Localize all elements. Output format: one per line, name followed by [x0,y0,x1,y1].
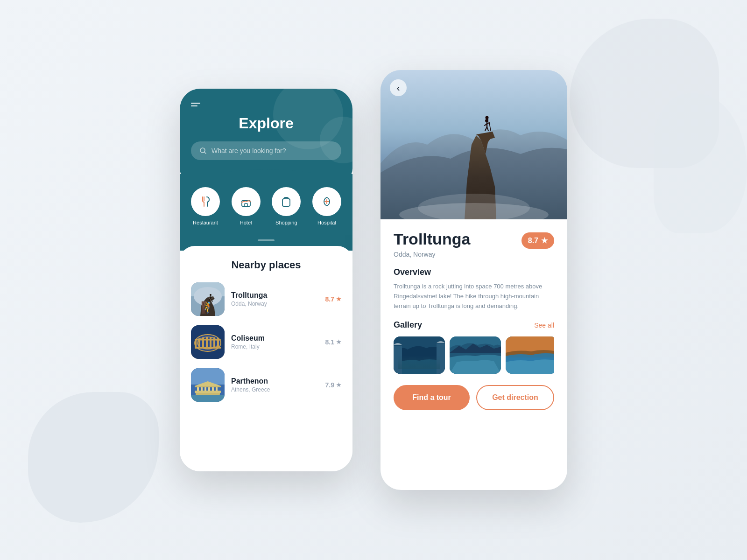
nearby-section: Nearby places [180,246,352,471]
svg-point-6 [194,287,222,306]
svg-rect-27 [204,387,206,391]
scroll-dot [258,239,275,241]
category-hotel[interactable]: Hotel [232,187,261,225]
parthenon-thumbnail [191,368,225,402]
coliseum-star: ★ [336,339,341,345]
phone-explore: Explore What are you looking for? [180,89,352,471]
search-icon [199,147,207,154]
star-icon: ★ [336,296,341,302]
gallery-title: Gallery [394,320,422,330]
detail-place-name: Trolltunga [394,231,470,248]
category-shopping[interactable]: Shopping [272,187,301,225]
gallery-image-3[interactable] [506,336,554,374]
place-item-parthenon[interactable]: Parthenon Athens, Greece 7.9 ★ [191,368,341,402]
svg-rect-31 [191,395,225,402]
trolltunga-location: Odda, Norway [231,301,319,307]
coliseum-info: Coliseum Rome, Italy [231,334,319,350]
category-hotel-label: Hotel [240,220,252,225]
gallery-image-2[interactable] [450,336,501,374]
svg-rect-39 [394,346,402,374]
coliseum-rating: 8.1 ★ [325,338,341,346]
rating-value: 8.7 [528,237,538,245]
trolltunga-rating: 8.7 ★ [325,295,341,303]
categories-section: Restaurant Hotel [180,174,352,235]
detail-hero: ‹ [381,70,567,219]
svg-rect-11 [195,340,197,347]
svg-rect-28 [208,387,210,391]
parthenon-star: ★ [336,382,341,388]
detail-content: Trolltunga 8.7 ★ Odda, Norway Overview T… [381,219,567,490]
trolltunga-name: Trolltunga [231,291,319,300]
parthenon-info: Parthenon Athens, Greece [231,377,319,393]
get-direction-button[interactable]: Get direction [476,385,554,410]
category-hospital[interactable]: Hospital [312,187,341,225]
phones-container: Explore What are you looking for? [180,70,567,490]
svg-rect-38 [394,336,445,374]
rating-badge: 8.7 ★ [521,232,554,249]
svg-rect-23 [195,391,221,393]
svg-rect-26 [201,387,203,391]
coliseum-location: Rome, Italy [231,343,319,350]
svg-point-33 [486,116,489,119]
phone-detail: ‹ Trolltunga 8.7 ★ Odda, Norway Overview… [381,70,567,490]
parthenon-location: Athens, Greece [231,386,319,393]
place-item-coliseum[interactable]: Coliseum Rome, Italy 8.1 ★ [191,325,341,359]
category-restaurant[interactable]: Restaurant [191,187,220,225]
coliseum-name: Coliseum [231,334,319,343]
svg-rect-14 [206,337,208,347]
shopping-icon [272,187,301,216]
search-bar[interactable]: What are you looking for? [191,141,341,160]
category-hospital-label: Hospital [317,220,336,225]
category-restaurant-label: Restaurant [193,220,218,225]
svg-point-7 [210,294,211,296]
svg-rect-15 [210,337,211,347]
place-item-trolltunga[interactable]: Trolltunga Odda, Norway 8.7 ★ [191,282,341,316]
restaurant-icon [191,187,220,216]
search-placeholder: What are you looking for? [211,147,286,154]
svg-rect-29 [212,387,214,391]
svg-rect-40 [437,343,445,374]
svg-rect-18 [195,347,221,349]
svg-rect-16 [213,337,215,347]
parthenon-name: Parthenon [231,377,319,385]
svg-rect-24 [195,386,221,387]
hospital-icon [312,187,341,216]
gallery-header: Gallery See all [394,320,554,330]
rating-star-icon: ★ [541,236,548,245]
back-button[interactable]: ‹ [390,79,407,96]
svg-rect-35 [485,119,486,122]
trolltunga-info: Trolltunga Odda, Norway [231,291,319,307]
action-buttons: Find a tour Get direction [394,385,554,410]
detail-location: Odda, Norway [394,251,554,258]
detail-header: Trolltunga 8.7 ★ [394,231,554,249]
overview-text: Trolltunga is a rock jutting into space … [394,282,554,311]
svg-rect-25 [197,387,199,391]
nearby-title: Nearby places [191,259,341,271]
svg-rect-30 [216,387,218,391]
gallery-row [394,336,554,374]
explore-header: Explore What are you looking for? [180,89,352,183]
hotel-icon [232,187,261,216]
svg-rect-13 [202,337,204,347]
find-tour-button[interactable]: Find a tour [394,385,470,410]
svg-rect-3 [282,199,290,206]
coliseum-thumbnail [191,325,225,359]
hero-background: ‹ [381,70,567,219]
trolltunga-thumbnail [191,282,225,316]
gallery-image-1[interactable] [394,336,445,374]
see-all-button[interactable]: See all [534,322,554,329]
overview-title: Overview [394,267,554,277]
category-shopping-label: Shopping [275,220,297,225]
parthenon-rating: 7.9 ★ [325,381,341,389]
svg-rect-19 [195,339,221,341]
